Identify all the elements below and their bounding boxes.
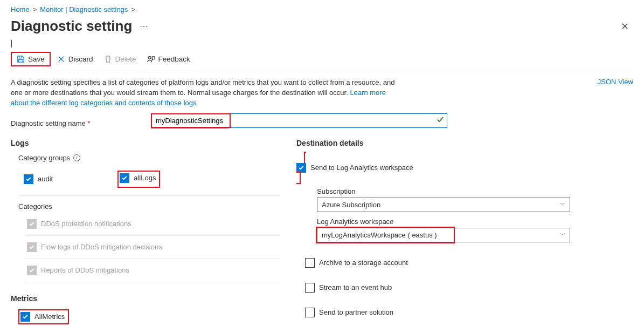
- storage-checkbox[interactable]: [305, 258, 315, 268]
- audit-label[interactable]: audit: [38, 175, 53, 183]
- page-title: Diagnostic setting: [11, 18, 132, 35]
- category-groups-label: Category groups i: [18, 154, 280, 162]
- valid-check-icon: [437, 116, 444, 125]
- workspace-select[interactable]: myLogAnalyticsWorkspace ( eastus ) ﹀: [317, 228, 570, 242]
- save-button[interactable]: Save: [12, 53, 49, 65]
- toolbar: Save Discard Delete Feedback: [11, 52, 633, 71]
- svg-point-0: [148, 56, 151, 59]
- breadcrumb-sep: >: [33, 5, 37, 13]
- feedback-button[interactable]: Feedback: [143, 53, 195, 65]
- alllogs-label[interactable]: allLogs: [134, 174, 156, 182]
- eventhub-checkbox[interactable]: [305, 283, 315, 293]
- allmetrics-label[interactable]: AllMetrics: [34, 313, 65, 321]
- cat1-label: DDoS protection notifications: [41, 220, 131, 228]
- delete-button: Delete: [100, 53, 141, 65]
- subscription-label: Subscription: [317, 187, 633, 195]
- name-label: Diagnostic setting name *: [11, 119, 146, 127]
- discard-icon: [57, 55, 65, 63]
- cat3-label: Reports of DDoS mitigations: [41, 266, 129, 274]
- partner-checkbox[interactable]: [305, 308, 315, 317]
- cat2-label: Flow logs of DDoS mitigation decisions: [41, 243, 162, 251]
- feedback-icon: [147, 55, 155, 63]
- partner-label[interactable]: Send to partner solution: [319, 308, 393, 316]
- breadcrumb-monitor[interactable]: Monitor | Diagnostic settings: [40, 5, 128, 13]
- breadcrumb-sep: >: [131, 5, 135, 13]
- allmetrics-checkbox[interactable]: [20, 312, 30, 322]
- destination-heading: Destination details: [296, 139, 633, 147]
- discard-button[interactable]: Discard: [53, 53, 98, 65]
- breadcrumb: Home > Monitor | Diagnostic settings >: [11, 5, 633, 13]
- workspace-label: Log Analytics workspace: [317, 218, 633, 226]
- chevron-down-icon: ﹀: [560, 201, 565, 208]
- cat2-checkbox: [27, 242, 37, 252]
- audit-checkbox[interactable]: [24, 174, 33, 184]
- cat3-checkbox: [27, 266, 37, 275]
- metrics-heading: Metrics: [11, 294, 280, 303]
- storage-label[interactable]: Archive to a storage account: [319, 259, 408, 267]
- json-view-link[interactable]: JSON View: [598, 78, 633, 86]
- law-label[interactable]: Send to Log Analytics workspace: [310, 164, 413, 172]
- subscription-select[interactable]: Azure Subscription ﹀: [317, 198, 570, 212]
- more-menu-icon[interactable]: ⋯: [140, 21, 149, 31]
- delete-icon: [104, 55, 112, 63]
- eventhub-label[interactable]: Stream to an event hub: [319, 283, 392, 291]
- law-checkbox[interactable]: [296, 163, 306, 173]
- breadcrumb-home[interactable]: Home: [11, 5, 30, 13]
- categories-label: Categories: [18, 202, 280, 210]
- close-icon[interactable]: ✕: [617, 18, 633, 35]
- alllogs-checkbox[interactable]: [120, 173, 129, 183]
- text-cursor: [11, 40, 633, 47]
- logs-heading: Logs: [11, 139, 280, 147]
- description-text: A diagnostic setting specifies a list of…: [11, 78, 399, 108]
- diagnostic-name-input[interactable]: [151, 113, 447, 128]
- chevron-down-icon: ﹀: [560, 231, 565, 239]
- save-icon: [17, 55, 25, 63]
- info-icon[interactable]: i: [73, 154, 80, 161]
- cat1-checkbox: [27, 219, 37, 229]
